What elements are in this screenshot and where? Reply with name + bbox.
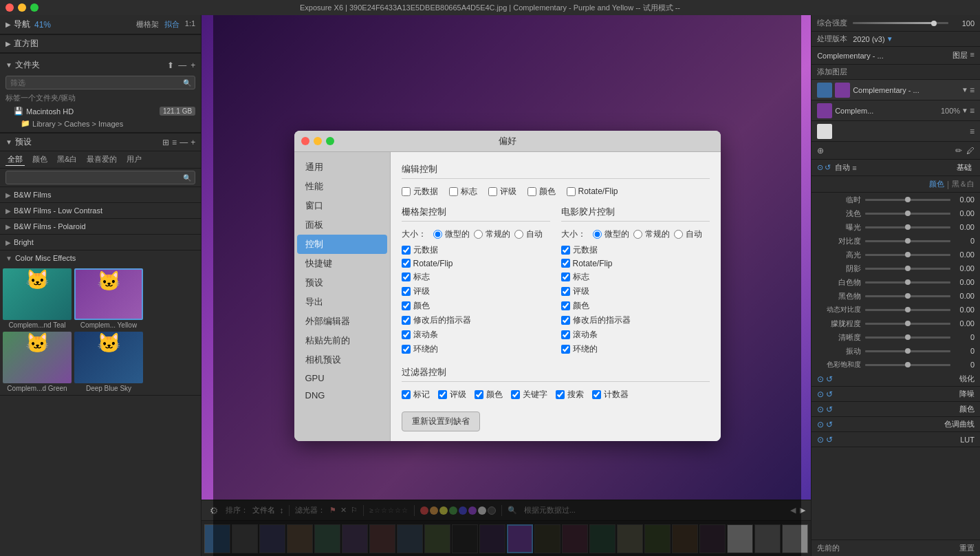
filter-color[interactable]: 颜色 bbox=[475, 389, 503, 400]
checkbox-rotate-input[interactable] bbox=[567, 187, 576, 196]
presets-arrow[interactable]: ▼ bbox=[6, 138, 12, 146]
film-flag-input[interactable] bbox=[561, 272, 570, 281]
grid-metadata-input[interactable] bbox=[402, 246, 411, 255]
filter-search[interactable]: 搜索 bbox=[556, 389, 584, 400]
close-button[interactable] bbox=[6, 3, 14, 12]
filter-flag-input[interactable] bbox=[402, 390, 411, 399]
previous-button[interactable]: 先前的 bbox=[817, 543, 840, 553]
preset-group-bright-header[interactable]: ▶ Bright bbox=[0, 235, 201, 250]
layer-menu-1[interactable]: ≡ bbox=[970, 85, 974, 95]
nav-ratio[interactable]: 1:1 bbox=[185, 19, 195, 30]
film-rating[interactable]: 评级 bbox=[561, 286, 710, 297]
filter-search-input[interactable] bbox=[556, 390, 565, 399]
film-scrollbar-input[interactable] bbox=[561, 330, 570, 339]
color-section-refresh[interactable]: ↺ bbox=[826, 405, 833, 414]
preset-thumb-teal[interactable]: 🐱 bbox=[3, 268, 72, 320]
layer-menu-3[interactable]: ≡ bbox=[970, 127, 974, 136]
slider-track-white[interactable] bbox=[865, 281, 950, 284]
checkbox-flag[interactable]: 标志 bbox=[449, 186, 477, 197]
preset-group-bwfilms-header[interactable]: ▶ B&W Films bbox=[0, 187, 201, 202]
slider-track-dynamic[interactable] bbox=[865, 309, 950, 311]
slider-track-haze[interactable] bbox=[865, 323, 950, 325]
preset-search-input[interactable] bbox=[6, 171, 195, 184]
grid-rotate-input[interactable] bbox=[402, 259, 411, 268]
folder-import-icon[interactable]: ⬆ bbox=[167, 61, 174, 70]
slider-track-tint[interactable] bbox=[865, 213, 950, 215]
dialog-nav-gpu[interactable]: GPU bbox=[294, 370, 390, 387]
preset-group-color-misc-header[interactable]: ▼ Color Misc Effects bbox=[0, 250, 201, 266]
film-rotate[interactable]: Rotate/Flip bbox=[561, 259, 710, 268]
auto-icon-1[interactable]: ⊙ bbox=[817, 163, 823, 172]
slider-track-saturation[interactable] bbox=[865, 364, 950, 366]
dialog-nav-window[interactable]: 窗口 bbox=[294, 196, 390, 215]
layer-item-3[interactable]: ≡ bbox=[812, 121, 980, 142]
add-layer-button[interactable]: 添加图层 bbox=[812, 65, 980, 80]
film-flag[interactable]: 标志 bbox=[561, 271, 710, 283]
reset-defaults-button[interactable]: 重新设置到缺省 bbox=[402, 411, 480, 431]
crop-icon[interactable]: ⊕ bbox=[817, 146, 824, 156]
film-modified-input[interactable] bbox=[561, 316, 570, 325]
tone-curve-refresh[interactable]: ↺ bbox=[826, 420, 833, 429]
dialog-nav-camera[interactable]: 相机预设 bbox=[294, 350, 390, 370]
sharpen-refresh[interactable]: ↺ bbox=[826, 374, 833, 384]
dialog-maximize-button[interactable] bbox=[326, 137, 334, 145]
grid-flag-input[interactable] bbox=[402, 272, 411, 281]
dialog-close-button[interactable] bbox=[301, 137, 309, 145]
section-row-sharpen[interactable]: ⊙ ↺ 锐化 bbox=[812, 372, 980, 387]
filter-color-input[interactable] bbox=[475, 390, 483, 399]
filter-counter[interactable]: 计数器 bbox=[592, 389, 629, 400]
preset-thumb-blue[interactable]: 🐱 bbox=[74, 332, 143, 383]
refresh-icon-1[interactable]: ↺ bbox=[825, 163, 831, 172]
auto-menu[interactable]: ≡ bbox=[852, 164, 856, 172]
layer-menu-2[interactable]: ≡ bbox=[970, 106, 974, 116]
slider-track-contrast[interactable] bbox=[865, 240, 950, 242]
slider-track-shadow[interactable] bbox=[865, 268, 950, 270]
grid-rating[interactable]: 评级 bbox=[402, 286, 550, 297]
presets-minus-icon[interactable]: — bbox=[179, 138, 188, 147]
slider-track-exposure[interactable] bbox=[865, 226, 950, 228]
grid-flag[interactable]: 标志 bbox=[402, 271, 550, 283]
dialog-nav-preset[interactable]: 预设 bbox=[294, 273, 390, 292]
preset-tab-color[interactable]: 颜色 bbox=[30, 153, 50, 166]
preset-tab-bw[interactable]: 黑&白 bbox=[55, 153, 79, 166]
film-wrap-input[interactable] bbox=[561, 345, 570, 354]
grid-size-auto[interactable]: 自动 bbox=[514, 228, 543, 240]
presets-plus-icon[interactable]: + bbox=[190, 138, 195, 147]
grid-modified-input[interactable] bbox=[402, 316, 411, 325]
section-row-noise[interactable]: ⊙ ↺ 降噪 bbox=[812, 387, 980, 402]
lut-refresh[interactable]: ↺ bbox=[826, 435, 833, 445]
film-size-auto[interactable]: 自动 bbox=[674, 228, 702, 240]
preset-group-bwlc-header[interactable]: ▶ B&W Films - Low Contrast bbox=[0, 203, 201, 218]
bw-tab[interactable]: 黑＆白 bbox=[952, 179, 974, 189]
dialog-nav-performance[interactable]: 性能 bbox=[294, 177, 390, 196]
dialog-nav-general[interactable]: 通用 bbox=[294, 158, 390, 177]
folder-minus-icon[interactable]: — bbox=[178, 61, 186, 70]
nav-merge[interactable]: 拟合 bbox=[164, 19, 179, 30]
filter-rating-input[interactable] bbox=[438, 390, 447, 399]
slider-track-black[interactable] bbox=[865, 295, 950, 297]
list-item[interactable]: 🐱 Complem... Yellow bbox=[74, 268, 143, 329]
filter-rating[interactable]: 评级 bbox=[438, 389, 466, 400]
layer-expand-1[interactable]: ▼ bbox=[961, 86, 968, 94]
film-metadata[interactable]: 元数据 bbox=[561, 244, 710, 256]
grid-color-input[interactable] bbox=[402, 301, 411, 310]
edit-icon[interactable]: ✏ bbox=[955, 146, 962, 156]
layer-item-1[interactable]: Complementary - ... ▼ ≡ bbox=[812, 80, 980, 100]
grid-wrap[interactable]: 环绕的 bbox=[402, 343, 550, 355]
minimize-button[interactable] bbox=[18, 3, 26, 12]
version-dropdown[interactable]: ▼ bbox=[886, 35, 893, 43]
slider-track-highlight[interactable] bbox=[865, 254, 950, 256]
preset-thumb-green[interactable]: 🐱 bbox=[3, 332, 72, 383]
grid-modified[interactable]: 修改后的指示器 bbox=[402, 314, 550, 326]
checkbox-rotate[interactable]: Rotate/Flip bbox=[567, 186, 618, 196]
film-wrap[interactable]: 环绕的 bbox=[561, 343, 710, 355]
maximize-button[interactable] bbox=[30, 3, 39, 12]
dialog-nav-external[interactable]: 外部编辑器 bbox=[294, 312, 390, 331]
folder-plus-icon[interactable]: + bbox=[190, 61, 195, 70]
grid-wrap-input[interactable] bbox=[402, 345, 411, 354]
slider-track-vibrance[interactable] bbox=[865, 350, 950, 352]
section-row-lut[interactable]: ⊙ ↺ LUT bbox=[812, 432, 980, 447]
folder-collapse-arrow[interactable]: ▼ bbox=[6, 61, 12, 69]
section-row-tone-curve[interactable]: ⊙ ↺ 色调曲线 bbox=[812, 417, 980, 432]
layer-item-2[interactable]: Complem... 100% ▼ ≡ bbox=[812, 100, 980, 121]
